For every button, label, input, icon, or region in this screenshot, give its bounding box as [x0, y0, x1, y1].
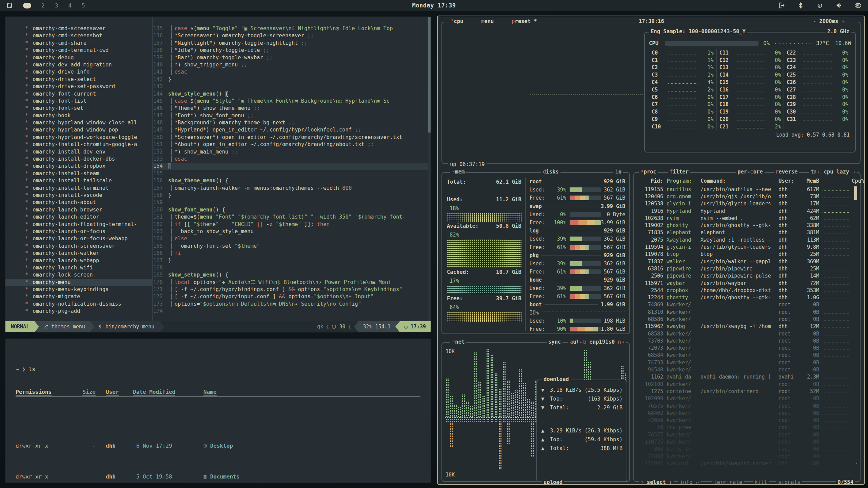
file-list-item[interactable]: *omarchy-menu: [5, 279, 152, 286]
file-list-item[interactable]: *omarchy-launch-editor: [5, 214, 152, 221]
file-list-item[interactable]: *omarchy-launch-webapp: [5, 257, 152, 264]
file-list-item[interactable]: *omarchy-install-docker-dbs: [5, 156, 152, 163]
workspace-active[interactable]: [23, 3, 31, 8]
file-list-item[interactable]: *omarchy-hyprland-window-pop: [5, 126, 152, 134]
dir-name[interactable]: Desktop: [210, 443, 233, 449]
file-list-item[interactable]: *omarchy-drive-info: [5, 68, 152, 76]
file-list-item[interactable]: *omarchy-drive-select: [5, 76, 152, 83]
file-list-item[interactable]: *omarchy-launch-or-focus-webapp: [5, 235, 152, 242]
process-row[interactable]: 63816 pipewire /usr/bin/pipewire dhh 25M…: [637, 265, 857, 272]
workspace-2[interactable]: 2: [41, 2, 45, 9]
file-list-item[interactable]: *omarchy-pkg-add: [5, 308, 152, 315]
cpu-chip-icon[interactable]: [854, 2, 862, 9]
process-row[interactable]: 119594 glycin-i /usr/lib/glycin-loaders …: [637, 243, 857, 250]
process-row[interactable]: 119078 btop btop dhh 25M 0.0: [637, 251, 857, 258]
file-list-item[interactable]: *omarchy-install-vscode: [5, 192, 152, 199]
proc-sort-selector[interactable]: ← cpu lazy →: [816, 169, 857, 175]
file-list-item[interactable]: *omarchy-drive-set-password: [5, 83, 152, 90]
net-sync-toggle[interactable]: sync: [547, 339, 563, 345]
file-list-item[interactable]: *omarchy-dev-add-migration: [5, 61, 152, 68]
process-row[interactable]: 1275 containe /usr/bin/containerd root 5…: [637, 388, 857, 395]
file-list-item[interactable]: *omarchy-install-steam: [5, 170, 152, 177]
file-list-item[interactable]: *omarchy-debug: [5, 54, 152, 61]
file-list-item[interactable]: *omarchy-install-chromium-google-a: [5, 141, 152, 148]
bluetooth-icon[interactable]: [797, 2, 804, 9]
io-toggle[interactable]: io: [613, 169, 623, 175]
process-row[interactable]: 102100 kworker/ root 0B 0.0: [637, 381, 857, 388]
net-interface[interactable]: ←b enp191s0 n→: [578, 339, 626, 345]
file-list-item[interactable]: *omarchy-menu-keybindings: [5, 286, 152, 293]
file-list-item[interactable]: *omarchy-launch-floating-terminal-: [5, 221, 152, 228]
file-list-item[interactable]: *omarchy-launch-walker: [5, 250, 152, 257]
process-row[interactable]: 12244 ghostty /usr/bin/ghostty --gtk- dh…: [637, 294, 857, 301]
proc-box-title[interactable]: ⁴proc: [639, 169, 658, 175]
dir-name[interactable]: Documents: [210, 473, 240, 480]
process-row[interactable]: 68583 kworker/ root 0B 0.0: [637, 330, 857, 337]
preset-button[interactable]: preset *: [510, 18, 539, 24]
process-row[interactable]: 119002 ghostty /usr/bin/ghostty --gtk- d…: [637, 222, 857, 229]
proc-signals-hint[interactable]: signals: [776, 479, 802, 485]
process-row[interactable]: 71837 walker /usr/bin/walker --gappl dhh…: [637, 258, 857, 265]
file-list-item[interactable]: *omarchy-cmd-screensaver: [5, 25, 152, 32]
proc-filter[interactable]: filter: [668, 169, 690, 175]
clock[interactable]: Monday 17:39: [277, 2, 591, 9]
file-list-item[interactable]: *omarchy-hyprland-window-close-all: [5, 119, 152, 126]
network-icon[interactable]: [816, 1, 824, 9]
proc-kill-hint[interactable]: kill: [753, 479, 769, 485]
file-list-item[interactable]: *omarchy-migrate: [5, 293, 152, 300]
process-row[interactable]: 119155 nautilus /usr/bin/nautilus --new …: [637, 186, 857, 193]
logout-icon[interactable]: [778, 2, 785, 9]
file-list-item[interactable]: *omarchy-font-current: [5, 90, 152, 98]
file-list-item[interactable]: *omarchy-launch-wifi: [5, 264, 152, 271]
file-list-item[interactable]: *omarchy-font-list: [5, 98, 152, 105]
disks-title[interactable]: disks: [541, 169, 560, 175]
file-list-item[interactable]: *omarchy-hyprland-workspace-toggle: [5, 134, 152, 141]
file-list-item[interactable]: *omarchy-cmd-screenshot: [5, 32, 152, 39]
process-row[interactable]: 120538 glycin-i /usr/lib/glycin-loaders …: [637, 200, 857, 207]
process-row[interactable]: 68402 kworker/ root 0B 0.0: [637, 409, 857, 416]
process-row[interactable]: 803 btrfs-tr root 0B 0.0: [637, 446, 857, 453]
file-list-item[interactable]: *omarchy-install-dropbox: [5, 163, 152, 170]
process-row[interactable]: 2075 Xwayland Xwayland :1 -rootless - dh…: [637, 236, 857, 243]
process-row[interactable]: 76575 kworker/ root 0B 0.0: [637, 402, 857, 409]
file-list-item[interactable]: *omarchy-install-tailscale: [5, 177, 152, 184]
process-row[interactable]: 68584 kworker/ root 0B 0.0: [637, 352, 857, 359]
workspace-4[interactable]: 4: [68, 2, 72, 9]
net-box-title[interactable]: ³net: [450, 339, 466, 345]
file-list-item[interactable]: *omarchy-cmd-terminal-cwd: [5, 47, 152, 54]
file-list-item[interactable]: *omarchy-font-set: [5, 105, 152, 112]
process-row[interactable]: 73703 kworker/ root 0B 0.0: [637, 337, 857, 344]
process-row[interactable]: 102099 kworker/ root 0B 0.0: [637, 395, 857, 402]
proc-terminate-hint[interactable]: terminate: [712, 479, 744, 485]
process-row[interactable]: 2506 pipewire /usr/bin/pipewire-pulse dh…: [637, 272, 857, 280]
proc-scrollbar[interactable]: [854, 186, 857, 200]
code-pane[interactable]: 135 ▏case $(menu "Toggle" "▣ Screensaver…: [153, 17, 431, 321]
process-row[interactable]: 115962 swaybg /usr/bin/swaybg -i /hom dh…: [637, 323, 857, 330]
mem-box-title[interactable]: ²mem: [450, 169, 466, 175]
process-row[interactable]: 68586 kworker/ root 0B 0.0: [637, 316, 857, 323]
workspace-3[interactable]: 3: [55, 2, 58, 9]
process-row[interactable]: 1916 Hyprland Hyprland dhh 424M 0.1: [637, 207, 857, 215]
file-list-item[interactable]: *omarchy-cmd-share: [5, 40, 152, 47]
file-list-item[interactable]: *omarchy-launch-or-focus: [5, 228, 152, 235]
cpu-box-title[interactable]: ¹cpu: [449, 18, 465, 24]
menu-button[interactable]: menu: [479, 18, 495, 24]
process-row[interactable]: 72088 kworker/ root 0B 0.0: [637, 453, 857, 460]
proc-reverse-toggle[interactable]: reverse: [774, 169, 799, 175]
file-list-item[interactable]: *omarchy-notification-dismiss: [5, 301, 152, 308]
process-row[interactable]: 110775 kworker/ root 0B 0.0: [637, 438, 857, 445]
process-row[interactable]: 2544 dropbox /home/dhh/.dropbox-dist dhh…: [637, 287, 857, 294]
process-row[interactable]: 74869 kworker/ root 0B 0.0: [637, 301, 857, 308]
process-row[interactable]: 72073 kworker/ root 0B 0.0: [637, 345, 857, 352]
file-list-item[interactable]: *omarchy-launch-about: [5, 199, 152, 206]
volume-icon[interactable]: [835, 2, 843, 9]
process-row[interactable]: 120406 org.gnom /usr/bin/gjs /usr/lib/o …: [637, 193, 857, 200]
process-row[interactable]: 71835 elephant elephant dhh 381M 0.0: [637, 229, 857, 236]
scroll-down-arrow[interactable]: ↓: [855, 460, 857, 466]
process-row[interactable]: 76577 kworker/ root 0B 0.0: [637, 431, 857, 438]
file-list-item[interactable]: *omarchy-lock-screen: [5, 271, 152, 279]
file-list-item[interactable]: *omarchy-launch-browser: [5, 206, 152, 214]
refresh-interval[interactable]: - 2000ms +: [811, 18, 846, 24]
process-row[interactable]: 16 rcu_pree root 0B 0.0: [637, 424, 857, 431]
process-row[interactable]: 115991 swayosd- /usr/bin/swayosd-server …: [637, 460, 857, 467]
